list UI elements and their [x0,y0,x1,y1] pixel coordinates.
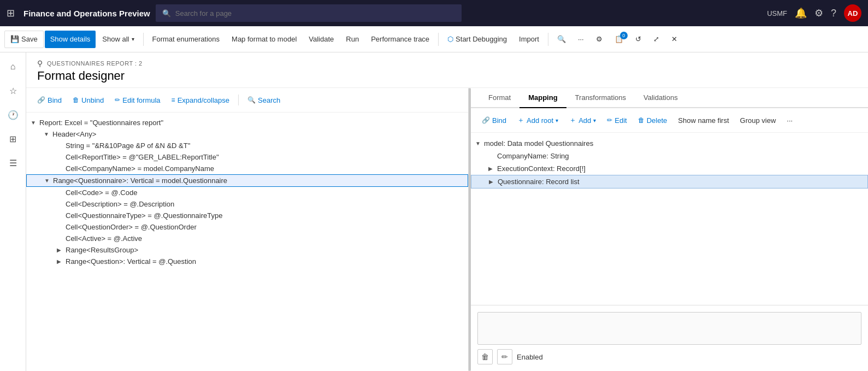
right-tree-item[interactable]: ▶ExecutionContext: Record[!] [471,162,868,175]
tree-item[interactable]: String = "&R&10Page &P of &N &D &T" [26,140,468,151]
page-title: Format designer [37,69,857,83]
bind-button-left[interactable]: 🔗 Bind [33,92,66,108]
main-layout: ⌂ ☆ 🕐 ⊞ ☰ ⚲ QUESTIONNAIRES REPORT : 2 Fo… [0,52,868,371]
sidebar-list-icon[interactable]: ☰ [3,153,23,173]
sidebar-history-icon[interactable]: 🕐 [3,105,23,125]
format-enumerations-button[interactable]: Format enumerations [147,31,226,48]
search-toolbar-button[interactable]: 🔍 [552,31,571,48]
right-tree: ▼model: Data model Questionnaires Compan… [471,133,868,305]
right-bottom: 🗑 ✏ Enabled [471,305,868,371]
global-search-bar[interactable]: 🔍 [156,4,462,22]
tree-item[interactable]: Cell<Code> = @.Code [26,187,468,198]
nav-right: USMF 🔔 ⚙ ? AD [767,4,861,22]
search-icon-left: 🔍 [247,96,256,104]
filter-icon[interactable]: ⚲ [37,59,43,68]
search-button-left[interactable]: 🔍 Search [243,92,285,108]
settings-icon[interactable]: ⚙ [814,7,823,19]
main-toolbar: 💾 Save Show details Show all ▾ Format en… [0,26,868,52]
run-button[interactable]: Run [340,31,364,48]
show-name-first-button[interactable]: Show name first [674,113,733,128]
grid-icon[interactable]: ⊞ [7,7,15,19]
start-debugging-button[interactable]: ⬡ Start Debugging [442,31,512,48]
more-right-button[interactable]: ··· [782,113,797,128]
edit-pencil-btn[interactable]: ✏ [497,349,512,364]
tree-item[interactable]: ▶Range<Question>: Vertical = @.Question [26,256,468,267]
top-nav: ⊞ Finance and Operations Preview 🔍 USMF … [0,0,868,26]
show-all-button[interactable]: Show all ▾ [97,31,139,48]
right-tree-item[interactable]: CompanyName: String [471,150,868,162]
group-view-button[interactable]: Group view [736,113,781,128]
expand-collapse-button[interactable]: ≡ Expand/collapse [167,92,234,108]
right-tree-item-label: ExecutionContext: Record[!] [497,164,586,173]
right-tree-item-label: model: Data model Questionnaires [484,139,593,148]
performance-trace-button[interactable]: Performance trace [365,31,435,48]
tree-item[interactable]: Cell<Active> = @.Active [26,233,468,244]
sidebar-grid-icon[interactable]: ⊞ [3,129,23,149]
tree-item[interactable]: Cell<QuestionOrder> = @.QuestionOrder [26,221,468,233]
content-area: ⚲ QUESTIONNAIRES REPORT : 2 Format desig… [26,52,868,371]
toolbar-separator-1 [143,33,144,46]
import-button[interactable]: Import [513,31,545,48]
avatar[interactable]: AD [844,4,861,22]
tree-arrow [57,154,63,160]
tab-transformations[interactable]: Transformations [566,88,635,108]
right-tree-arrow: ▶ [489,179,495,185]
breadcrumb: QUESTIONNAIRES REPORT : 2 [47,60,143,67]
validate-button[interactable]: Validate [303,31,339,48]
tree-item[interactable]: Cell<CompanyName> = model.CompanyName [26,163,468,174]
notification-icon[interactable]: 🔔 [795,7,807,19]
tree-item-label: Cell<CompanyName> = model.CompanyName [66,164,214,173]
tree-item[interactable]: Cell<ReportTitle> = @"GER_LABEL:ReportTi… [26,151,468,163]
trash-icon-btn[interactable]: 🗑 [477,349,493,364]
edit-button-right[interactable]: ✏ Edit [603,113,631,128]
unbind-button[interactable]: 🗑 Unbind [68,92,108,108]
tree-arrow: ▼ [44,131,50,137]
tree-item[interactable]: ▼Header<Any> [26,128,468,140]
formula-input[interactable] [477,312,861,345]
tree-item[interactable]: Cell<QuestionnaireType> = @.Questionnair… [26,210,468,221]
expand-icon: ≡ [172,96,175,104]
right-panel: Format Mapping Transformations Validatio… [471,88,868,371]
sidebar-home-icon[interactable]: ⌂ [3,57,23,76]
right-tree-item-label: CompanyName: String [497,152,569,160]
add-root-button[interactable]: ＋ Add root ▾ [513,113,563,128]
tree-item[interactable]: Cell<Description> = @.Description [26,198,468,210]
add-chevron: ▾ [593,117,596,123]
search-input[interactable] [175,9,455,17]
tree-arrow [57,143,63,149]
save-button[interactable]: 💾 Save [4,31,44,48]
show-details-button[interactable]: Show details [45,31,96,48]
help-icon[interactable]: ? [831,8,836,19]
open-in-new-button[interactable]: ⤢ [648,31,665,48]
tree-item-label: Cell<Description> = @.Description [66,200,174,208]
tree-item[interactable]: ▼Report: Excel = "Questionnaires report" [26,117,468,128]
sidebar-star-icon[interactable]: ☆ [3,81,23,101]
tree-item-label: Report: Excel = "Questionnaires report" [39,119,163,127]
tree-arrow: ▼ [31,120,37,126]
map-format-to-model-button[interactable]: Map format to model [226,31,302,48]
bind-button-right[interactable]: 🔗 Bind [477,113,511,128]
add-button[interactable]: ＋ Add ▾ [565,113,600,128]
left-sidebar: ⌂ ☆ 🕐 ⊞ ☰ [0,52,26,371]
right-tree-item[interactable]: ▶Questionnaire: Record list [471,175,868,189]
tab-format[interactable]: Format [480,88,519,108]
tab-mapping[interactable]: Mapping [519,88,566,108]
right-tree-arrow [488,153,495,159]
refresh-button[interactable]: ↺ [630,31,647,48]
settings-toolbar-button[interactable]: ⚙ [591,31,608,48]
tab-validations[interactable]: Validations [635,88,687,108]
edit-formula-button[interactable]: ✏ Edit formula [110,92,164,108]
left-panel: 🔗 Bind 🗑 Unbind ✏ Edit formula ≡ Expand/… [26,88,469,371]
close-button[interactable]: ✕ [666,31,683,48]
tree-item[interactable]: ▼Range<Questionnaire>: Vertical = model.… [26,174,468,187]
notifications-toolbar-button[interactable]: 📋 0 [609,31,629,48]
save-icon: 💾 [10,35,19,43]
more-options-button[interactable]: ··· [572,31,589,48]
left-tree: ▼Report: Excel = "Questionnaires report"… [26,113,468,371]
delete-button[interactable]: 🗑 Delete [634,113,672,128]
right-tree-item[interactable]: ▼model: Data model Questionnaires [471,137,868,150]
tree-item[interactable]: ▶Range<ResultsGroup> [26,244,468,256]
right-tree-item-label: Questionnaire: Record list [498,178,580,186]
right-tree-arrow: ▼ [475,140,482,146]
tree-arrow [57,166,63,172]
